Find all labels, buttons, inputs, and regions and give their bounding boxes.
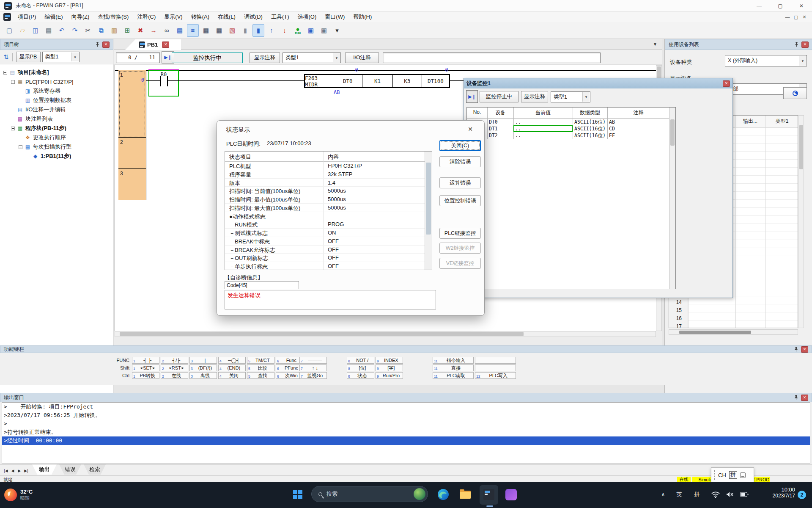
tab-search[interactable]: 检索	[84, 464, 106, 475]
close-panel-icon[interactable]: ✕	[801, 346, 808, 353]
tree-expander-icon[interactable]	[19, 145, 22, 149]
pin-icon[interactable]	[794, 42, 799, 47]
fkey-shift-9[interactable]: 9[字]	[376, 364, 403, 371]
search-input[interactable]: 搜索	[311, 486, 428, 502]
tray-lang-en[interactable]: 英	[672, 488, 686, 501]
online-monitor-icon[interactable]: ▮	[252, 24, 264, 37]
status-row[interactable]: －BREAK中标志OFF	[225, 237, 425, 246]
menu-tools[interactable]: 工具(T)	[267, 12, 294, 22]
tree-item-position-control[interactable]: ▥位置控制数据表	[19, 96, 71, 105]
status-row[interactable]: 扫描时间: 最大值(100us单位)5000us	[225, 204, 425, 212]
device-monitor-table[interactable]: No. 设备 当前值 数据类型 注释 DT0..ASCII(16位)ABDT1.…	[466, 107, 676, 289]
fkey-ctrl-2[interactable]: 2在线	[161, 372, 188, 379]
fkey-func-4[interactable]: 4─◯┤	[218, 357, 246, 364]
menu-project[interactable]: 项目(P)	[14, 12, 40, 22]
tab-output[interactable]: 输出	[32, 464, 57, 475]
tree-item-plc[interactable]: ▦PLC[FP0H C32T/P]	[11, 77, 73, 86]
device-type-combo[interactable]: X (外部输入) ▾	[725, 55, 807, 66]
status-row[interactable]: 版本1.4	[225, 179, 425, 187]
close-button[interactable]: 关闭(C)	[439, 140, 481, 151]
redo-icon[interactable]: ↷	[69, 24, 81, 37]
show-comment-button[interactable]: 显示注释	[521, 91, 548, 102]
tree-item-change-order[interactable]: ❖更改执行顺序	[19, 133, 66, 142]
wifi-icon[interactable]	[709, 488, 722, 501]
copy-icon[interactable]: ⧉	[95, 24, 107, 37]
fkey-shift-4[interactable]: 4(END)	[218, 364, 246, 371]
taskbar-explorer-icon[interactable]	[458, 488, 472, 501]
find-icon[interactable]: ∞	[161, 24, 173, 37]
tree-expander-icon[interactable]	[3, 71, 7, 75]
menu-window[interactable]: 窗口(W)	[321, 12, 349, 22]
menu-debug[interactable]: 调试(D)	[240, 12, 267, 22]
output-nav-buttons[interactable]: |◀◀▶▶|	[3, 467, 30, 473]
fkey-shift-10[interactable]: 11直接	[433, 364, 474, 371]
taskbar-fpwin-icon[interactable]	[482, 488, 496, 501]
output-line[interactable]: >2023/07/17 09:56:25 开始转换。	[2, 411, 810, 420]
tree-expander-icon[interactable]	[11, 127, 15, 130]
tab-error[interactable]: 错误	[59, 464, 81, 475]
cut-icon[interactable]: ✂	[82, 24, 94, 37]
pin-icon[interactable]	[794, 395, 798, 400]
fkey-ctrl-4[interactable]: 4关闭	[218, 372, 246, 379]
status-row[interactable]: －RUN模式PROG	[225, 220, 425, 229]
output-line[interactable]: >--- 开始转换: 项目:FPProject ---	[2, 403, 810, 411]
tab-list-caret-icon[interactable]: ▼	[653, 42, 657, 47]
device-list-hscrollbar[interactable]	[669, 329, 798, 335]
position-error-button[interactable]: 位置控制错误	[439, 195, 481, 206]
register-monitor-icon[interactable]: ▦	[200, 24, 212, 37]
plc-link-monitor-button[interactable]: PLC链接监控	[439, 228, 481, 239]
scrollbar-thumb[interactable]	[799, 125, 803, 169]
tray-chevron-icon[interactable]: ∧	[656, 488, 670, 501]
fkey-func-7[interactable]: 7———	[299, 357, 327, 364]
fkey-func-11[interactable]	[475, 357, 516, 364]
status-row[interactable]: －BREAK允许标志OFF	[225, 246, 425, 254]
monitor-stop-button[interactable]: 监控停止中	[480, 91, 518, 102]
menu-wizard[interactable]: 向导(Z)	[67, 12, 94, 22]
output-log[interactable]: >--- 开始转换: 项目:FPProject --->2023/07/17 0…	[2, 402, 810, 464]
fkey-func-10[interactable]: 11指令输入	[433, 357, 474, 364]
monitor-vscrollbar[interactable]	[669, 108, 675, 289]
download-plc-icon[interactable]: ↓	[279, 24, 291, 37]
tree-expander-icon[interactable]	[11, 80, 15, 84]
menu-options[interactable]: 选项(O)	[294, 12, 321, 22]
upload-plc-icon[interactable]: ↑	[266, 24, 277, 37]
fkey-func-1[interactable]: 1┤ ├	[132, 357, 159, 364]
mdi-close-icon[interactable]: ✕	[800, 14, 809, 20]
drag-handle-icon[interactable]	[714, 470, 715, 480]
fkey-shift-2[interactable]: 2<RST>	[161, 364, 188, 371]
monitor-toggle-icon[interactable]: ▶❙	[466, 90, 478, 103]
fkey-ctrl-8[interactable]: 8状态	[347, 372, 374, 379]
fkey-ctrl-11[interactable]: 12PLC写入	[475, 372, 516, 379]
fkey-func-2[interactable]: 2┤/├	[161, 357, 188, 364]
contact-icon[interactable]	[160, 76, 161, 86]
tree-item-system-register[interactable]: ◨系统寄存器	[19, 86, 60, 96]
ime-keyboard-icon[interactable]	[740, 472, 746, 478]
monitor-window-icon[interactable]: ▣	[305, 24, 317, 37]
close-tab-icon[interactable]: ✕	[162, 41, 169, 48]
start-button[interactable]	[291, 488, 304, 501]
tree-item-io-comment[interactable]: ▤I/O注释一并编辑	[11, 105, 66, 114]
status-row[interactable]: 扫描时间: 最小值(100us单位)5000us	[225, 195, 425, 204]
monitor-row[interactable]: DT0..ASCII(16位)AB	[467, 119, 669, 125]
refresh-button[interactable]	[783, 87, 807, 99]
fkey-func-3[interactable]: 3|	[189, 357, 217, 364]
menu-edit[interactable]: 编辑(E)	[40, 12, 67, 22]
clock[interactable]: 10:00 2023/7/17	[760, 486, 795, 499]
ladder-hscrollbar[interactable]	[115, 331, 656, 337]
weather-widget[interactable]: 32°C 晴朗	[4, 486, 33, 504]
jump-icon[interactable]: →	[148, 24, 159, 37]
fkey-func-9[interactable]: 9INDEX	[376, 357, 403, 364]
pin-icon[interactable]	[794, 347, 798, 352]
fkey-ctrl-7[interactable]: 7监视Go	[299, 372, 327, 379]
run-mode-icon[interactable]: ●RUN	[292, 24, 304, 37]
fkey-ctrl-1[interactable]: 1PB转换	[132, 372, 159, 379]
selected-cell[interactable]	[513, 125, 573, 132]
fkey-shift-11[interactable]	[475, 364, 516, 371]
scrollbar-thumb[interactable]	[120, 332, 524, 336]
output-line[interactable]: >符号转换正常结束。	[2, 428, 810, 436]
undo-icon[interactable]: ↶	[56, 24, 68, 37]
close-button[interactable]: ✕	[791, 0, 812, 11]
sort-icon[interactable]: ⇅	[3, 53, 9, 61]
insert-icon[interactable]: ⊞	[121, 24, 133, 37]
mdi-minimize-icon[interactable]: —	[783, 14, 792, 19]
